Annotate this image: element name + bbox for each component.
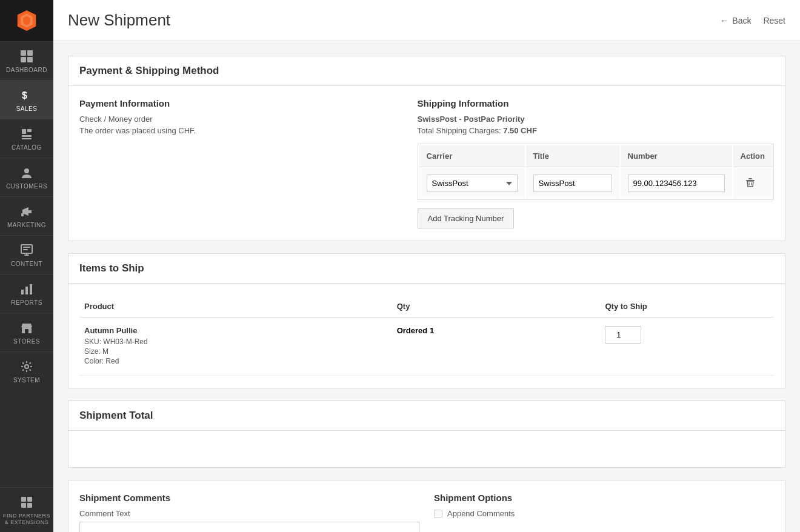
svg-point-25: [25, 365, 28, 368]
reports-icon: [19, 282, 34, 296]
sidebar-item-label: FIND PARTNERS & EXTENSIONS: [2, 513, 51, 526]
svg-rect-22: [30, 284, 32, 294]
sidebar-item-content[interactable]: CONTENT: [0, 235, 53, 274]
qty-cell: Ordered 1: [392, 318, 601, 376]
svg-rect-13: [28, 210, 32, 213]
options-col: Shipment Options Append Comments: [434, 493, 774, 532]
sidebar-item-partners[interactable]: FIND PARTNERS & EXTENSIONS: [0, 487, 53, 532]
tracking-title-input[interactable]: [533, 175, 612, 192]
sidebar-item-label: CATALOG: [12, 144, 42, 151]
reset-button[interactable]: Reset: [763, 16, 785, 25]
tracking-col-carrier: Carrier: [419, 145, 525, 167]
sidebar-item-sales[interactable]: $ SALES: [0, 80, 53, 119]
sidebar-bottom: FIND PARTNERS & EXTENSIONS: [0, 487, 53, 532]
sidebar-item-customers[interactable]: CUSTOMERS: [0, 158, 53, 196]
shipment-total-header: Shipment Total: [68, 401, 785, 431]
svg-rect-16: [23, 247, 30, 248]
page-title: New Shipment: [68, 11, 170, 30]
sidebar-item-system[interactable]: SYSTEM: [0, 351, 53, 390]
comments-title: Shipment Comments: [79, 493, 419, 503]
comments-options-two-col: Shipment Comments Comment Text Shipment …: [79, 493, 774, 532]
sidebar-item-label: SYSTEM: [13, 377, 40, 384]
sidebar-item-label: CUSTOMERS: [6, 183, 47, 190]
magento-logo-icon: [15, 9, 38, 32]
system-icon: [19, 359, 34, 374]
sidebar-item-marketing[interactable]: MARKETING: [0, 196, 53, 235]
product-cell: Autumn Pullie SKU: WH03-M-Red Size: M Co…: [79, 318, 392, 376]
svg-rect-4: [27, 50, 33, 56]
comment-textarea[interactable]: [79, 522, 419, 532]
sidebar-item-label: CONTENT: [11, 261, 42, 268]
items-col-qty: Qty: [392, 296, 601, 318]
sidebar-item-catalog[interactable]: CATALOG: [0, 119, 53, 158]
svg-rect-6: [27, 57, 33, 62]
payment-info-col: Payment Information Check / Money order …: [79, 98, 403, 228]
items-to-ship-section: Items to Ship Product Qty Qty to Ship A: [68, 253, 785, 388]
content-area: Payment & Shipping Method Payment Inform…: [53, 41, 800, 532]
sidebar-item-label: REPORTS: [11, 299, 42, 307]
svg-rect-10: [22, 135, 32, 137]
sidebar-item-label: STORES: [13, 338, 40, 345]
payment-shipping-section-header: Payment & Shipping Method: [68, 56, 785, 86]
tracking-number-input[interactable]: [628, 175, 725, 192]
delete-tracking-button[interactable]: [741, 175, 760, 192]
tracking-action-cell: [733, 168, 772, 198]
carrier-select[interactable]: SwissPost: [427, 175, 518, 192]
options-title: Shipment Options: [434, 493, 774, 503]
header-actions: ← Back Reset: [720, 16, 785, 25]
add-tracking-button[interactable]: Add Tracking Number: [418, 208, 515, 228]
append-comments-checkbox[interactable]: [434, 510, 442, 518]
product-name: Autumn Pullie: [84, 326, 387, 335]
sidebar-item-label: SALES: [16, 105, 38, 113]
payment-method: Check / Money order: [79, 115, 403, 124]
customers-icon: [19, 165, 34, 180]
payment-info-title: Payment Information: [79, 98, 403, 108]
shipping-carrier-title: SwissPost - PostPac Priority: [418, 115, 774, 124]
svg-rect-11: [22, 138, 32, 139]
svg-rect-19: [26, 253, 27, 256]
comment-text-label: Comment Text: [79, 509, 419, 518]
comments-options-section: Shipment Comments Comment Text Shipment …: [68, 480, 785, 532]
tracking-table: Carrier Title Number Action: [418, 144, 774, 200]
sidebar-item-reports[interactable]: REPORTS: [0, 274, 53, 313]
sidebar-item-dashboard[interactable]: DASHBOARD: [0, 41, 53, 80]
svg-rect-24: [25, 329, 28, 333]
sidebar-item-stores[interactable]: STORES: [0, 313, 53, 351]
svg-rect-8: [22, 129, 26, 134]
tracking-col-number: Number: [621, 145, 732, 167]
comments-options-body: Shipment Comments Comment Text Shipment …: [68, 480, 785, 532]
back-button[interactable]: ← Back: [720, 16, 751, 25]
product-sku-value: WH03-M-Red: [103, 337, 147, 346]
tracking-number-cell: [621, 168, 732, 198]
append-comments-row: Append Comments: [434, 509, 774, 518]
shipping-charge: Total Shipping Charges: 7.50 CHF: [418, 126, 774, 135]
tracking-col-action: Action: [733, 145, 772, 167]
svg-rect-5: [21, 57, 26, 62]
qty-to-ship-input[interactable]: [605, 326, 641, 344]
shipping-info-title: Shipping Information: [418, 98, 774, 108]
table-row: Autumn Pullie SKU: WH03-M-Red Size: M Co…: [79, 318, 774, 376]
sidebar-item-label: MARKETING: [7, 222, 46, 229]
catalog-icon: [19, 127, 34, 141]
items-table: Product Qty Qty to Ship Autumn Pullie SK…: [79, 296, 774, 376]
product-color: Color: Red: [84, 357, 387, 365]
product-size: Size: M: [84, 347, 387, 356]
content-icon: [19, 243, 34, 258]
items-section-body: Product Qty Qty to Ship Autumn Pullie SK…: [68, 284, 785, 388]
shipping-info-col: Shipping Information SwissPost - PostPac…: [418, 98, 774, 228]
payment-shipping-section-body: Payment Information Check / Money order …: [68, 86, 785, 241]
back-arrow-icon: ←: [720, 16, 728, 25]
tracking-carrier-cell: SwissPost: [419, 168, 525, 198]
dashboard-icon: [19, 49, 34, 64]
svg-rect-27: [27, 497, 32, 502]
shipping-charge-amount: 7.50 CHF: [503, 126, 537, 135]
sidebar: DASHBOARD $ SALES CATALOG CUSTOMERS MARK…: [0, 0, 53, 532]
payment-note: The order was placed using CHF.: [79, 126, 403, 135]
tracking-col-title: Title: [526, 145, 619, 167]
product-sku: SKU: WH03-M-Red: [84, 337, 387, 346]
back-label: Back: [732, 16, 751, 25]
trash-icon: [745, 178, 755, 187]
qty-to-ship-cell: [600, 318, 774, 376]
items-col-product: Product: [79, 296, 392, 318]
svg-rect-3: [21, 50, 26, 56]
